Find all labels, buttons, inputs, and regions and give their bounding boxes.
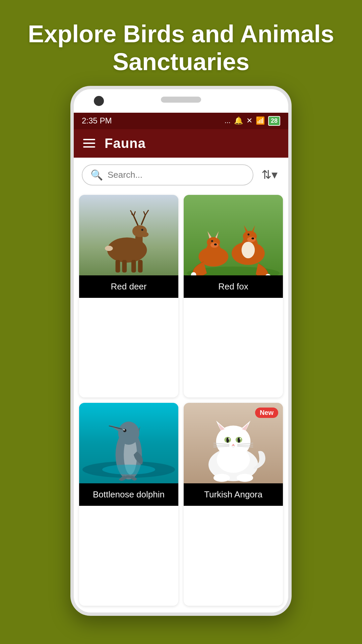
fox-label: Red fox [184, 275, 283, 298]
fox-image [184, 195, 283, 275]
svg-point-17 [105, 246, 113, 251]
deer-label: Red deer [79, 275, 178, 298]
svg-point-73 [214, 474, 230, 482]
svg-point-38 [242, 241, 255, 258]
svg-line-71 [237, 445, 253, 445]
svg-point-50 [123, 429, 125, 431]
status-time: 2:35 PM [82, 116, 112, 125]
search-icon: 🔍 [90, 169, 103, 181]
svg-point-36 [251, 237, 254, 239]
svg-point-27 [210, 242, 219, 248]
svg-point-64 [228, 438, 230, 439]
battery-indicator: 28 [268, 116, 280, 126]
phone-frame: 2:35 PM ... 🔔 ✕ 📶 28 Fauna 🔍 ⇅▾ [70, 86, 292, 616]
svg-point-46 [118, 422, 139, 445]
status-bar: 2:35 PM ... 🔔 ✕ 📶 28 [74, 113, 288, 129]
bell-icon: 🔔 [234, 116, 243, 125]
animal-card-turkish-angora[interactable]: New [184, 403, 283, 606]
cat-label: Turkish Angora [184, 483, 283, 506]
svg-rect-13 [116, 260, 120, 272]
search-input-wrapper: 🔍 [82, 164, 253, 185]
svg-point-4 [141, 232, 149, 237]
status-icons: ... 🔔 ✕ 📶 28 [225, 116, 280, 126]
dolphin-label: Bottlenose dolphin [79, 483, 178, 506]
hamburger-line-3 [83, 146, 95, 148]
animal-grid: Red deer [74, 192, 288, 612]
deer-image [79, 195, 178, 275]
dolphin-image [79, 403, 178, 483]
hamburger-line-1 [83, 139, 95, 140]
animal-card-red-deer[interactable]: Red deer [79, 195, 178, 398]
animal-card-dolphin[interactable]: Bottlenose dolphin [79, 403, 178, 606]
svg-point-74 [237, 474, 253, 482]
page-title: Explore Birds and AnimalsSanctuaries [13, 20, 349, 76]
app-bar: Fauna [74, 129, 288, 158]
svg-rect-0 [79, 195, 178, 275]
hamburger-line-2 [83, 143, 95, 144]
svg-point-29 [211, 240, 213, 242]
svg-line-68 [214, 445, 229, 445]
phone-camera [94, 96, 104, 106]
app-bar-title: Fauna [105, 136, 146, 151]
svg-point-49 [123, 429, 126, 432]
phone-speaker [161, 97, 201, 103]
svg-point-37 [247, 233, 249, 235]
svg-point-51 [102, 465, 155, 475]
svg-point-65 [240, 438, 241, 439]
wifi-icon: 📶 [256, 116, 265, 125]
svg-rect-16 [138, 260, 143, 272]
svg-rect-15 [131, 260, 136, 272]
svg-rect-18 [184, 195, 283, 275]
animal-card-red-fox[interactable]: Red fox [184, 195, 283, 398]
x-icon: ✕ [246, 116, 252, 125]
menu-button[interactable] [83, 139, 95, 148]
svg-rect-14 [122, 260, 127, 272]
search-bar-container: 🔍 ⇅▾ [74, 158, 288, 192]
new-badge: New [255, 408, 278, 418]
svg-point-5 [141, 229, 143, 231]
search-input[interactable] [108, 170, 245, 180]
svg-point-28 [214, 243, 217, 245]
sort-button[interactable]: ⇅▾ [259, 165, 280, 184]
status-dots: ... [225, 116, 231, 125]
page-header: Explore Birds and AnimalsSanctuaries [0, 0, 362, 86]
svg-point-35 [247, 237, 256, 242]
